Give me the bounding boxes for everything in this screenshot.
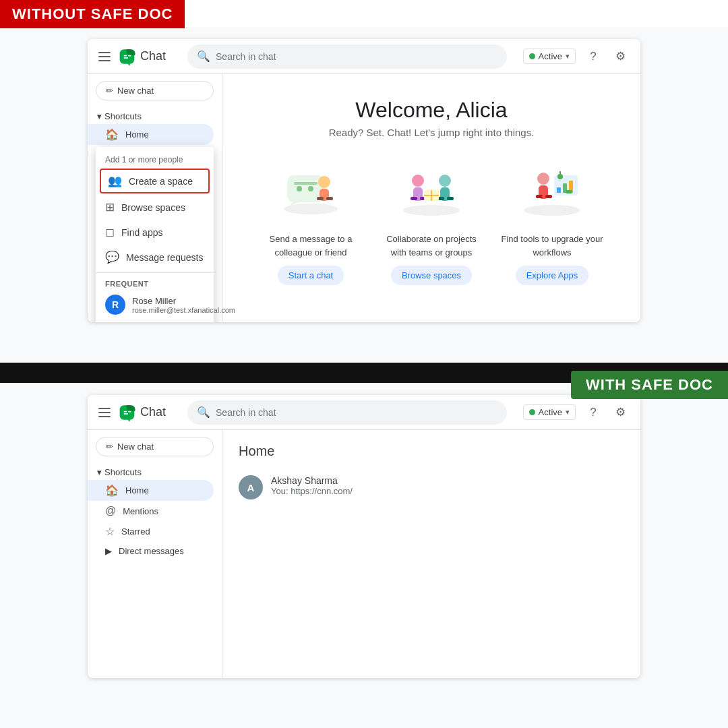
hamburger-icon-bottom[interactable] — [98, 406, 112, 419]
welcome-screen: Welcome, Alicia Ready? Set. Chat! Let's … — [222, 74, 640, 322]
active-label-bottom: Active — [539, 407, 562, 417]
svg-rect-7 — [294, 182, 317, 185]
contact-email-rose: rose.miller@test.xfanatical.com — [132, 306, 235, 314]
chat-body-bottom: ✏ New chat ▾ Shortcuts 🏠 Home @ Mentions — [88, 430, 640, 678]
shortcuts-label: Shortcuts — [104, 111, 142, 121]
panel-bottom: Chat 🔍 Active ▾ ? ⚙ ✏ — [0, 383, 728, 728]
frequent-label: FREQUENT — [96, 276, 214, 289]
new-chat-button-bottom[interactable]: ✏ New chat — [96, 437, 214, 456]
search-icon-bottom: 🔍 — [197, 406, 210, 419]
svg-rect-1 — [128, 55, 131, 56]
active-dot-top — [529, 53, 535, 59]
google-chat-logo: Chat — [119, 48, 166, 65]
sidebar-shortcuts-header[interactable]: ▾ Shortcuts — [88, 109, 222, 124]
sidebar-bottom-panel: ✏ New chat ▾ Shortcuts 🏠 Home @ Mentions — [88, 430, 222, 678]
akshay-avatar: A — [239, 475, 263, 499]
message-requests-icon: 💬 — [105, 250, 119, 264]
svg-rect-28 — [545, 195, 552, 198]
home-icon-bottom: 🏠 — [105, 484, 119, 497]
mentions-label-bottom: Mentions — [123, 506, 158, 516]
active-label-top: Active — [539, 51, 562, 61]
search-input-top[interactable] — [216, 51, 497, 62]
starred-label-bottom: Starred — [121, 526, 150, 537]
svg-rect-36 — [128, 411, 131, 412]
header-actions-bottom: Active ▾ ? ⚙ — [523, 403, 630, 422]
dropdown-overlay: Add 1 or more people 👥 Create a space ⊞ … — [96, 147, 214, 322]
settings-icon-top[interactable]: ⚙ — [611, 47, 630, 66]
sidebar-item-starred-bottom[interactable]: ☆ Starred — [88, 521, 214, 542]
search-input-bottom[interactable] — [216, 407, 497, 418]
sidebar-item-mentions-bottom[interactable]: @ Mentions — [88, 501, 214, 521]
svg-point-5 — [297, 186, 302, 191]
create-space-icon: 👥 — [108, 174, 122, 188]
contact-item-rose[interactable]: R Rose Miller rose.miller@test.xfanatica… — [96, 289, 214, 320]
sidebar-item-home[interactable]: 🏠 Home — [88, 124, 214, 145]
explore-apps-feature-btn[interactable]: Explore Apps — [516, 266, 589, 285]
app-title-bottom: Chat — [140, 405, 166, 419]
home-screen: Home A Akshay Sharma You: https://cnn.co… — [222, 430, 640, 678]
chat-header-bottom: Chat 🔍 Active ▾ ? ⚙ — [88, 395, 640, 430]
help-icon-top[interactable]: ? — [584, 47, 603, 66]
akshay-preview: You: https://cnn.com/ — [271, 486, 624, 496]
dm-label-bottom: Direct messages — [119, 546, 184, 556]
svg-point-6 — [308, 186, 313, 191]
app-title-top: Chat — [140, 49, 166, 63]
svg-rect-0 — [124, 55, 127, 56]
chat-logo-svg-bottom — [119, 404, 136, 421]
svg-point-8 — [318, 176, 330, 188]
star-icon-bottom: ☆ — [105, 525, 115, 538]
svg-rect-30 — [557, 187, 561, 193]
bottom-banner: WITH SAFE DOC — [571, 371, 728, 399]
chat-body-top: ✏ New chat ▾ Shortcuts 🏠 Home @ Mentions — [88, 74, 640, 322]
new-chat-button-top[interactable]: ✏ New chat — [96, 81, 214, 100]
dropdown-find-apps[interactable]: ◻ Find apps — [96, 220, 214, 245]
settings-icon-bottom[interactable]: ⚙ — [611, 403, 630, 422]
browse-spaces-feature-btn[interactable]: Browse spaces — [391, 266, 472, 285]
svg-rect-20 — [447, 197, 454, 200]
svg-point-17 — [439, 175, 451, 187]
chevron-dm-icon-bottom: ▶ — [105, 546, 112, 556]
sidebar-item-home-bottom[interactable]: 🏠 Home — [88, 480, 214, 501]
shortcuts-label-bottom: Shortcuts — [104, 467, 142, 477]
new-chat-label: New chat — [117, 86, 154, 96]
chat-illustration — [259, 158, 363, 226]
sidebar-item-dm-bottom[interactable]: ▶ Direct messages — [88, 542, 214, 560]
dropdown-message-requests[interactable]: 💬 Message requests — [96, 245, 214, 270]
feature-card-apps: Find tools to upgrade your workflows Exp… — [500, 158, 605, 285]
feature-card-spaces: Collaborate on projects with teams or gr… — [380, 158, 484, 285]
message-requests-label: Message requests — [126, 252, 203, 263]
akshay-name: Akshay Sharma — [271, 475, 624, 486]
sidebar-shortcuts-section-bottom: ▾ Shortcuts 🏠 Home @ Mentions ☆ Starred — [88, 462, 222, 563]
new-chat-icon-bottom: ✏ — [106, 442, 113, 452]
spaces-illustration — [380, 158, 484, 226]
top-banner: WITHOUT SAFE DOC — [0, 0, 185, 28]
svg-rect-33 — [566, 190, 572, 193]
google-chat-logo-bottom: Chat — [119, 404, 166, 421]
message-item-akshay[interactable]: A Akshay Sharma You: https://cnn.com/ — [239, 470, 624, 505]
svg-point-13 — [412, 175, 424, 187]
help-icon-bottom[interactable]: ? — [584, 403, 603, 422]
svg-rect-27 — [536, 195, 543, 198]
contact-avatar-rose: R — [105, 295, 125, 315]
chat-window-bottom: Chat 🔍 Active ▾ ? ⚙ ✏ — [88, 395, 640, 678]
search-bar-top[interactable]: 🔍 — [187, 44, 507, 69]
active-badge-bottom[interactable]: Active ▾ — [523, 404, 576, 420]
active-badge-top[interactable]: Active ▾ — [523, 49, 576, 64]
dropdown-create-space[interactable]: 👥 Create a space — [100, 169, 210, 193]
dropdown-browse-spaces[interactable]: ⊞ Browse spaces — [96, 195, 214, 220]
start-chat-feature-btn[interactable]: Start a chat — [278, 266, 344, 285]
header-actions-top: Active ▾ ? ⚙ — [523, 47, 630, 66]
hamburger-icon[interactable] — [98, 50, 112, 63]
panel-top: Chat 🔍 Active ▾ ? ⚙ ✏ — [0, 27, 728, 363]
akshay-message-content: Akshay Sharma You: https://cnn.com/ — [271, 475, 624, 496]
search-bar-bottom[interactable]: 🔍 — [187, 400, 507, 425]
chat-logo-svg — [119, 48, 136, 65]
svg-rect-35 — [124, 411, 127, 412]
svg-rect-37 — [124, 413, 129, 415]
svg-point-3 — [284, 204, 338, 214]
sidebar-shortcuts-header-bottom[interactable]: ▾ Shortcuts — [88, 464, 222, 480]
feature-text-spaces: Collaborate on projects with teams or gr… — [380, 233, 484, 259]
dropdown-divider — [96, 272, 214, 273]
feature-text-apps: Find tools to upgrade your workflows — [500, 233, 605, 259]
new-chat-icon: ✏ — [106, 86, 113, 96]
